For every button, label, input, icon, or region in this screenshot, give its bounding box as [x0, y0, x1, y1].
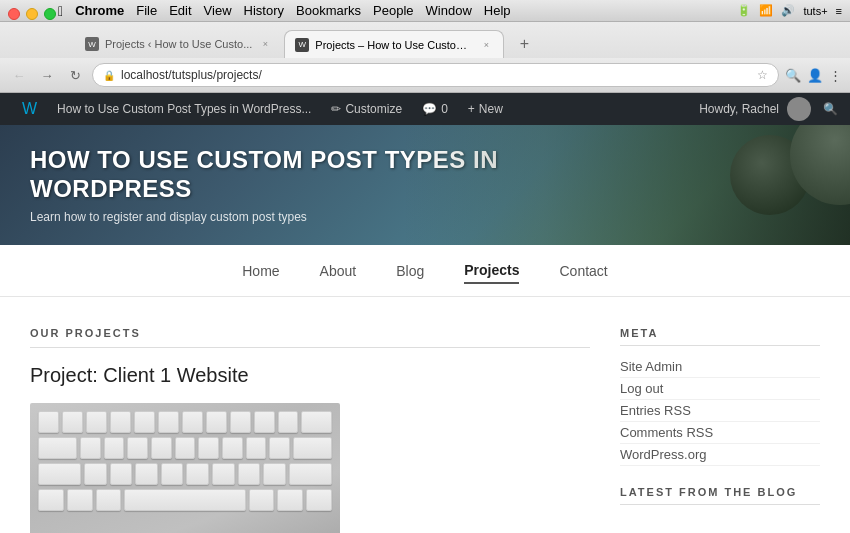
sidebar: META Site Admin Log out Entries RSS Comm… [620, 327, 820, 533]
customize-label: Customize [345, 102, 402, 116]
kbd-row-4 [38, 489, 332, 511]
close-button[interactable] [8, 8, 20, 20]
site-admin-link[interactable]: Site Admin [620, 356, 820, 378]
comments-rss-link[interactable]: Comments RSS [620, 422, 820, 444]
avatar[interactable] [787, 97, 811, 121]
comments-count: 0 [441, 102, 448, 116]
project-image [30, 403, 340, 533]
lock-icon: 🔒 [103, 70, 115, 81]
traffic-lights [8, 8, 56, 20]
wp-admin-bar: W How to Use Custom Post Types in WordPr… [0, 93, 850, 125]
minimize-button[interactable] [26, 8, 38, 20]
new-icon: + [468, 102, 475, 116]
nav-about[interactable]: About [320, 259, 357, 283]
browser-tab-2[interactable]: W Projects – How to Use Custom... × [284, 30, 504, 58]
wp-logo-item[interactable]: W [12, 93, 47, 125]
wp-logo-icon: W [22, 100, 37, 118]
customize-icon: ✏ [331, 102, 341, 116]
latest-blog-title: LATEST FROM THE BLOG [620, 486, 820, 505]
plant-decoration-1 [730, 135, 810, 215]
wp-site-label: How to Use Custom Post Types in WordPres… [57, 102, 311, 116]
bookmark-star-icon[interactable]: ☆ [757, 68, 768, 82]
wp-new[interactable]: + New [458, 93, 513, 125]
tab-close-1[interactable]: × [258, 37, 272, 51]
apple-menu[interactable]:  [58, 3, 63, 19]
bookmarks-menu[interactable]: Bookmarks [296, 3, 361, 18]
kbd-row-3 [38, 463, 332, 485]
browser-controls-right: 🔍 👤 ⋮ [785, 68, 842, 83]
wp-site-name[interactable]: How to Use Custom Post Types in WordPres… [47, 93, 321, 125]
content-area: OUR PROJECTS Project: Client 1 Website [30, 327, 590, 533]
site-navigation: Home About Blog Projects Contact [0, 245, 850, 297]
search-bar-icon[interactable]: 🔍 [823, 102, 838, 116]
logout-link[interactable]: Log out [620, 378, 820, 400]
nav-blog[interactable]: Blog [396, 259, 424, 283]
browser-chrome: W Projects ‹ How to Use Custo... × W Pro… [0, 22, 850, 93]
menubar-right: 🔋 📶 🔊 tuts+ ≡ [737, 4, 842, 17]
comments-icon: 💬 [422, 102, 437, 116]
history-menu[interactable]: History [244, 3, 284, 18]
entries-rss-link[interactable]: Entries RSS [620, 400, 820, 422]
url-bar[interactable]: 🔒 localhost/tutsplus/projects/ ☆ [92, 63, 779, 87]
nav-home[interactable]: Home [242, 259, 279, 283]
main-content: OUR PROJECTS Project: Client 1 Website [0, 297, 850, 533]
tab-favicon-2: W [295, 38, 309, 52]
tab-favicon-1: W [85, 37, 99, 51]
wp-comments[interactable]: 💬 0 [412, 93, 458, 125]
view-menu[interactable]: View [204, 3, 232, 18]
people-menu[interactable]: People [373, 3, 413, 18]
chrome-menu[interactable]: Chrome [75, 3, 124, 18]
address-bar: ← → ↻ 🔒 localhost/tutsplus/projects/ ☆ 🔍… [0, 58, 850, 92]
hero-section: HOW TO USE CUSTOM POST TYPES IN WORDPRES… [0, 125, 850, 245]
meta-section: META Site Admin Log out Entries RSS Comm… [620, 327, 820, 466]
settings-icon[interactable]: ⋮ [829, 68, 842, 83]
kbd-row-1 [38, 411, 332, 433]
nav-projects[interactable]: Projects [464, 258, 519, 284]
kbd-row-2 [38, 437, 332, 459]
project-title: Project: Client 1 Website [30, 364, 590, 387]
howdy-label: Howdy, Rachel [699, 102, 779, 116]
wp-admin-bar-right: Howdy, Rachel 🔍 [699, 97, 838, 121]
tab-close-2[interactable]: × [479, 38, 493, 52]
search-icon[interactable]: 🔍 [785, 68, 801, 83]
meta-title: META [620, 327, 820, 346]
user-icon[interactable]: 👤 [807, 68, 823, 83]
tab-title-1: Projects ‹ How to Use Custo... [105, 38, 252, 50]
file-menu[interactable]: File [136, 3, 157, 18]
nav-contact[interactable]: Contact [559, 259, 607, 283]
new-tab-button[interactable]: + [510, 30, 538, 58]
battery-icon: 🔋 [737, 4, 751, 17]
url-text: localhost/tutsplus/projects/ [121, 68, 751, 82]
reload-button[interactable]: ↻ [64, 64, 86, 86]
maximize-button[interactable] [44, 8, 56, 20]
wordpress-org-link[interactable]: WordPress.org [620, 444, 820, 466]
edit-menu[interactable]: Edit [169, 3, 191, 18]
hero-bg-decor [403, 125, 851, 245]
forward-button[interactable]: → [36, 64, 58, 86]
wp-customize[interactable]: ✏ Customize [321, 93, 412, 125]
latest-blog-section: LATEST FROM THE BLOG [620, 486, 820, 505]
help-menu[interactable]: Help [484, 3, 511, 18]
mac-menubar:  Chrome File Edit View History Bookmark… [0, 0, 850, 22]
browser-tab-1[interactable]: W Projects ‹ How to Use Custo... × [75, 30, 282, 58]
notification-icon: ≡ [836, 5, 842, 17]
wifi-icon: 📶 [759, 4, 773, 17]
tab-bar: W Projects ‹ How to Use Custo... × W Pro… [0, 22, 850, 58]
plant-decoration-2 [790, 125, 850, 205]
new-label: New [479, 102, 503, 116]
tab-title-2: Projects – How to Use Custom... [315, 39, 473, 51]
volume-icon: 🔊 [781, 4, 795, 17]
section-label: OUR PROJECTS [30, 327, 590, 348]
clock: tuts+ [803, 5, 827, 17]
back-button[interactable]: ← [8, 64, 30, 86]
window-menu[interactable]: Window [426, 3, 472, 18]
